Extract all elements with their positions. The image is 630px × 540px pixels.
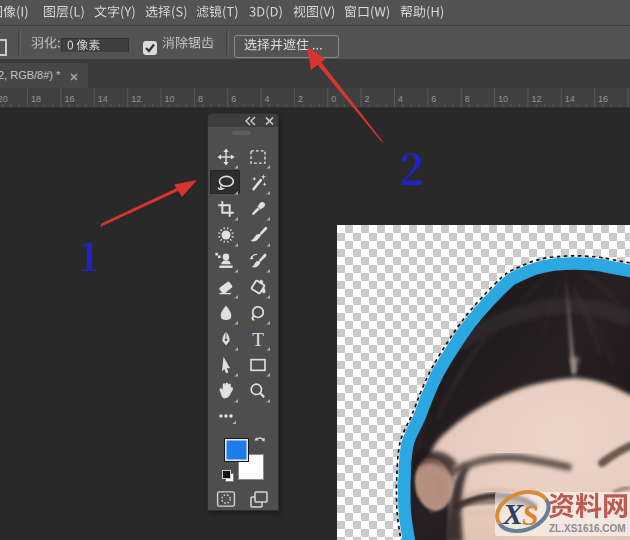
svg-text:10: 10	[498, 94, 508, 104]
svg-text:18: 18	[31, 94, 41, 104]
svg-text:12: 12	[531, 94, 541, 104]
svg-text:4: 4	[265, 94, 270, 104]
svg-text:10: 10	[165, 94, 175, 104]
svg-text:X: X	[502, 497, 524, 530]
svg-text:6: 6	[431, 94, 436, 104]
svg-text:2: 2	[365, 94, 370, 104]
svg-text:12: 12	[131, 94, 141, 104]
svg-text:20: 20	[0, 94, 8, 104]
svg-text:8: 8	[465, 94, 470, 104]
svg-text:T: T	[252, 329, 264, 350]
svg-text:0: 0	[331, 94, 336, 104]
svg-text:8: 8	[198, 94, 203, 104]
svg-text:16: 16	[65, 94, 75, 104]
svg-text:14: 14	[565, 94, 575, 104]
svg-text:16: 16	[598, 94, 608, 104]
svg-text:2: 2	[298, 94, 303, 104]
svg-text:4: 4	[398, 94, 403, 104]
svg-text:S: S	[522, 498, 539, 531]
svg-text:6: 6	[231, 94, 236, 104]
svg-text:14: 14	[98, 94, 108, 104]
